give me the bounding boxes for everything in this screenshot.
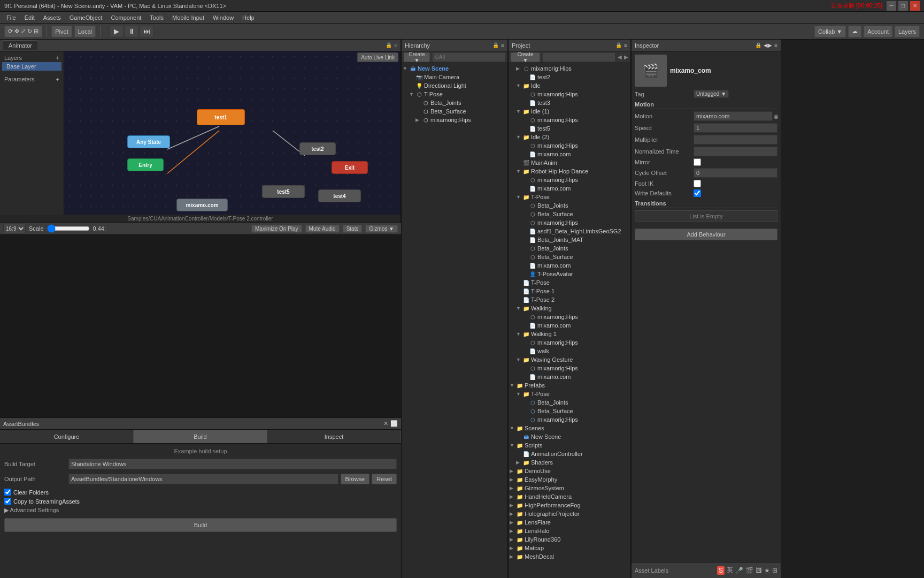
cycle-input[interactable] [694, 168, 777, 178]
step-button[interactable]: ⏭ [139, 26, 154, 37]
proj-item-prefabs-tpose[interactable]: ▼ 📁 T-Pose [510, 390, 629, 398]
auto-live-link-button[interactable]: Auto Live Link [357, 52, 398, 62]
proj-create-button[interactable]: Create ▼ [511, 52, 540, 62]
proj-item-newscene[interactable]: 🏔 New Scene [510, 432, 629, 441]
minimize-button[interactable]: ─ [887, 1, 896, 11]
proj-item-walking1[interactable]: ▼ 📁 Walking 1 [510, 330, 629, 338]
game-viewport[interactable] [0, 235, 401, 418]
motion-input[interactable] [694, 111, 773, 121]
add-param-button[interactable]: + [56, 76, 59, 82]
proj-item-walk-hips[interactable]: ⬡ mixamorig:Hips [510, 313, 629, 321]
node-test1[interactable]: test1 [197, 109, 245, 125]
ab-tab-build[interactable]: Build [134, 430, 267, 443]
add-layer-button[interactable]: + [56, 55, 59, 61]
menu-help[interactable]: Help [238, 13, 259, 22]
proj-item-gizmos[interactable]: ▶ 📁 GizmosSystem [510, 484, 629, 492]
proj-item-robotdance[interactable]: ▼ 📁 Robot Hip Hop Dance [510, 167, 629, 176]
proj-nav-left-icon[interactable]: ◀ [618, 54, 622, 60]
layers-button[interactable]: Layers [895, 26, 920, 37]
asset-icon-img[interactable]: 🖼 [756, 567, 762, 574]
proj-item-prefabs[interactable]: ▼ 📁 Prefabs [510, 381, 629, 390]
proj-item-tp-mixamo[interactable]: 📄 mixamo.com [510, 261, 629, 270]
insp-nav-left-icon[interactable]: ◀ [764, 42, 768, 48]
proj-item-pf-betaj[interactable]: ⬡ Beta_Joints [510, 398, 629, 407]
menu-file[interactable]: File [2, 13, 20, 22]
proj-item-tp-betas2[interactable]: ⬡ Beta_Surface [510, 253, 629, 261]
insp-menu-icon[interactable]: ≡ [774, 42, 777, 48]
reset-button[interactable]: Reset [372, 474, 397, 484]
proj-item-tp-betas[interactable]: ⬡ Beta_Surface [510, 210, 629, 218]
proj-item-pf-betas[interactable]: ⬡ Beta_Surface [510, 407, 629, 415]
stats-button[interactable]: Stats [343, 225, 363, 233]
proj-item-betajmat[interactable]: 📄 Beta_Joints_MAT [510, 235, 629, 244]
scale-slider[interactable] [47, 224, 90, 233]
menu-window[interactable]: Window [209, 13, 238, 22]
proj-item-walk-mixamo[interactable]: 📄 mixamo.com [510, 321, 629, 330]
proj-lock-icon[interactable]: 🔒 [615, 42, 622, 48]
insp-lock-icon[interactable]: 🔒 [755, 42, 761, 48]
asset-icon-star[interactable]: ★ [764, 567, 770, 574]
animator-lock-icon[interactable]: 🔒 [386, 42, 392, 48]
animator-tab[interactable]: Animator [3, 41, 37, 50]
proj-item-matcap[interactable]: ▶ 📁 Matcap [510, 544, 629, 552]
proj-item-easymorphy[interactable]: ▶ 📁 EasyMorphy [510, 475, 629, 484]
proj-item-demouse[interactable]: ▶ 📁 DemoUse [510, 467, 629, 475]
menu-gameobject[interactable]: GameObject [65, 13, 107, 22]
pause-button[interactable]: ⏸ [124, 26, 139, 37]
hier-item-mixamorighips[interactable]: ▶ ⬡ mixamorig:Hips [403, 116, 506, 124]
menu-component[interactable]: Component [106, 13, 145, 22]
writedefaults-checkbox[interactable] [694, 189, 701, 197]
mute-audio-button[interactable]: Mute Audio [305, 225, 340, 233]
proj-item-pf-hips[interactable]: ⬡ mixamorig:Hips [510, 415, 629, 424]
pivot-button[interactable]: Pivot [51, 26, 72, 37]
motion-select-icon[interactable]: ◎ [774, 113, 779, 119]
add-behaviour-button[interactable]: Add Behaviour [635, 229, 777, 240]
copy-streaming-check[interactable] [4, 498, 11, 505]
proj-search-input[interactable] [542, 52, 615, 62]
clear-folders-checkbox[interactable]: Clear Folders [4, 489, 397, 496]
clear-folders-check[interactable] [4, 489, 11, 496]
speed-input[interactable] [694, 123, 777, 133]
account-button[interactable]: Account [864, 26, 892, 37]
hier-item-directionallight[interactable]: 💡 Directional Light [403, 81, 506, 90]
hier-search-input[interactable] [432, 52, 505, 62]
proj-item-wg-mixamo[interactable]: 📄 mixamo.com [510, 372, 629, 381]
proj-menu-icon[interactable]: ≡ [624, 42, 627, 48]
browse-button[interactable]: Browse [341, 474, 370, 484]
proj-item-shaders[interactable]: ▶ 📁 Shaders [510, 458, 629, 467]
build-target-input[interactable] [68, 459, 397, 469]
ab-close-button[interactable]: ✕ [383, 420, 388, 427]
close-button[interactable]: ✕ [910, 1, 920, 11]
node-test3[interactable]: test5 [262, 185, 305, 198]
hier-item-tpose[interactable]: ▼ ⬡ T-Pose [403, 90, 506, 98]
menu-edit[interactable]: Edit [20, 13, 39, 22]
proj-item-tpose-folder[interactable]: ▼ 📁 T-Pose [510, 193, 629, 201]
asset-icon-video[interactable]: 🎬 [745, 567, 753, 574]
mirror-checkbox[interactable] [694, 158, 701, 166]
proj-item-tpose-asset[interactable]: 📄 T-Pose [510, 278, 629, 287]
proj-item-lily[interactable]: ▶ 📁 LilyRound360 [510, 535, 629, 544]
gizmos-button[interactable]: Gizmos ▼ [365, 225, 398, 233]
maximize-on-play-button[interactable]: Maximize On Play [251, 225, 302, 233]
proj-item-idle1[interactable]: ▼ 📁 Idle (1) [510, 107, 629, 116]
node-anystate[interactable]: Any State [127, 135, 170, 148]
normalized-input[interactable] [694, 147, 777, 156]
proj-item-lenshalo[interactable]: ▶ 📁 LensHalo [510, 527, 629, 535]
proj-item-1[interactable]: 📄 test2 [510, 73, 629, 81]
hier-create-button[interactable]: Create ▼ [404, 52, 430, 62]
proj-item-w1-hips[interactable]: ⬡ mixamorig:Hips [510, 338, 629, 347]
collab-button[interactable]: Collab ▼ [814, 26, 846, 37]
proj-item-tp-hips[interactable]: ⬡ mixamorig:Hips [510, 218, 629, 227]
proj-item-idle2-mixamo[interactable]: 📄 mixamo.com [510, 150, 629, 158]
proj-item-0[interactable]: ▶ ⬡ mixamorig:Hips [510, 64, 629, 73]
play-button[interactable]: ▶ [109, 26, 124, 37]
menu-mobile-input[interactable]: Mobile Input [168, 13, 209, 22]
proj-item-holoproj[interactable]: ▶ 📁 HolographicProjector [510, 509, 629, 518]
ab-expand-button[interactable]: ⬜ [390, 420, 398, 427]
proj-item-wg-hips[interactable]: ⬡ mixamorig:Hips [510, 364, 629, 372]
proj-item-animctrl[interactable]: 📄 AnimationController [510, 450, 629, 458]
node-entry[interactable]: Entry [127, 158, 164, 171]
base-layer-item[interactable]: Base Layer [2, 62, 61, 71]
node-mixamo[interactable]: mixamo.com [176, 199, 228, 211]
proj-item-test5[interactable]: 📄 test5 [510, 124, 629, 133]
